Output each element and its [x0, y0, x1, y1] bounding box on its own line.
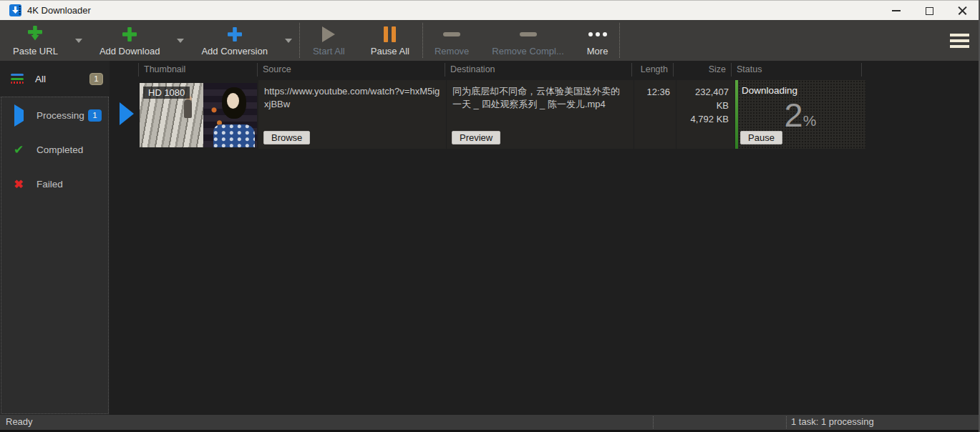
failed-icon: ✖	[10, 177, 27, 191]
add-conversion-icon	[226, 24, 243, 44]
sidebar-item-label: All	[35, 74, 46, 84]
remove-button[interactable]: Remove	[423, 20, 480, 61]
column-source[interactable]: Source	[257, 63, 445, 77]
column-destination[interactable]: Destination	[445, 63, 631, 77]
add-conversion-label: Add Conversion	[201, 46, 268, 57]
video-thumbnail: HD 1080	[140, 83, 257, 147]
add-download-button[interactable]: Add Download	[89, 20, 170, 61]
start-all-button[interactable]: Start All	[300, 20, 358, 61]
completed-icon: ✔	[10, 142, 27, 157]
sidebar-item-completed[interactable]: ✔ Completed	[1, 137, 108, 162]
preview-button[interactable]: Preview	[452, 131, 500, 144]
column-thumbnail[interactable]: Thumbnail	[138, 63, 257, 77]
menu-icon	[950, 34, 969, 36]
remove-completed-label: Remove Compl...	[492, 46, 563, 57]
add-conversion-button[interactable]: Add Conversion	[191, 20, 278, 61]
more-button[interactable]: More	[576, 20, 620, 61]
browse-button[interactable]: Browse	[263, 131, 310, 144]
sidebar-panel: Processing 1 ✔ Completed ✖ Failed	[1, 97, 109, 414]
chevron-down-icon	[177, 39, 184, 43]
statusbar-separator	[786, 416, 787, 428]
add-download-icon	[121, 24, 138, 44]
more-label: More	[587, 46, 608, 57]
menu-button[interactable]	[950, 34, 969, 51]
destination-cell: 同为底层却不同命，云体验美国送外卖的一天 _ 四处观察系列 _ 陈一发儿.mp4…	[447, 80, 634, 149]
column-size[interactable]: Size	[673, 63, 731, 77]
remove-completed-icon	[520, 24, 537, 44]
column-indicator	[110, 63, 138, 77]
destination-filename: 同为底层却不同命，云体验美国送外卖的一天 _ 四处观察系列 _ 陈一发儿.mp4	[447, 80, 634, 111]
minimize-icon	[892, 10, 901, 11]
processing-count-badge: 1	[88, 109, 102, 122]
chevron-down-icon	[75, 39, 82, 43]
column-end-spacer	[861, 63, 979, 77]
minimize-button[interactable]	[880, 1, 913, 21]
column-length[interactable]: Length	[631, 63, 673, 77]
pause-all-button[interactable]: Pause All	[358, 20, 422, 61]
pause-all-icon	[384, 24, 396, 44]
maximize-icon	[926, 7, 933, 15]
size-downloaded: 4,792 KB	[682, 112, 729, 126]
status-cell: Downloading 2 % Pause	[735, 80, 865, 149]
maximize-button[interactable]	[913, 1, 946, 21]
pause-all-label: Pause All	[371, 46, 409, 57]
sidebar-item-failed[interactable]: ✖ Failed	[1, 172, 108, 196]
remove-label: Remove	[435, 46, 469, 57]
progress-value: 2	[785, 98, 803, 132]
status-ready-text: Ready	[6, 416, 33, 427]
paste-url-label: Paste URL	[13, 46, 58, 57]
chevron-down-icon	[285, 39, 292, 43]
statusbar: Ready 1 task: 1 processing	[0, 415, 979, 430]
close-icon	[958, 6, 967, 16]
task-summary-text: 1 task: 1 processing	[791, 416, 874, 427]
start-all-label: Start All	[313, 46, 345, 57]
sidebar-item-processing[interactable]: Processing 1	[1, 103, 108, 127]
add-download-dropdown[interactable]	[170, 20, 191, 61]
paste-url-icon	[26, 24, 44, 44]
toolbar: Paste URL Add Download Add Conversion	[0, 20, 979, 61]
source-url: https://www.youtube.com/watch?v=hxM5igxj…	[258, 80, 446, 111]
window-title: 4K Downloader	[27, 5, 91, 16]
sidebar-item-label: Failed	[37, 179, 63, 190]
statusbar-separator	[653, 416, 654, 428]
length-cell: 12:36	[634, 80, 676, 149]
sidebar-item-label: Processing	[37, 110, 84, 121]
progress-unit: %	[803, 112, 817, 129]
paste-url-button[interactable]: Paste URL	[3, 20, 68, 61]
all-count-badge: 1	[89, 73, 103, 85]
paste-url-dropdown[interactable]	[68, 20, 89, 61]
toolbar-separator	[619, 23, 620, 58]
source-cell: https://www.youtube.com/watch?v=hxM5igxj…	[258, 80, 446, 149]
remove-completed-button[interactable]: Remove Compl...	[480, 20, 575, 61]
sidebar-item-all[interactable]: All 1	[0, 67, 110, 91]
close-button[interactable]	[946, 1, 979, 21]
downloads-table: Thumbnail Source Destination Length Size…	[110, 61, 979, 415]
table-header: Thumbnail Source Destination Length Size…	[110, 61, 979, 79]
thumbnail-cell: HD 1080	[139, 80, 258, 149]
column-status[interactable]: Status	[731, 63, 861, 77]
size-total: 232,407 KB	[682, 85, 729, 112]
main-area: All 1 Processing 1 ✔ Completed ✖ Failed	[0, 61, 979, 415]
titlebar: 4K Downloader	[0, 0, 979, 20]
add-download-label: Add Download	[100, 46, 160, 57]
all-filter-icon	[9, 72, 26, 86]
pause-button[interactable]: Pause	[740, 131, 782, 144]
start-all-icon	[322, 24, 335, 44]
remove-icon	[443, 24, 460, 44]
more-icon	[588, 24, 607, 44]
processing-icon	[10, 110, 27, 121]
app-icon	[9, 4, 21, 16]
size-cell: 232,407 KB 4,792 KB	[676, 80, 734, 149]
row-indicator-cell	[110, 80, 138, 149]
downloading-arrow-icon	[120, 102, 134, 125]
sidebar: All 1 Processing 1 ✔ Completed ✖ Failed	[0, 61, 110, 415]
sidebar-item-label: Completed	[37, 144, 83, 155]
app-window: 4K Downloader Paste URL	[0, 0, 980, 432]
quality-badge: HD 1080	[143, 87, 190, 99]
table-row[interactable]: HD 1080 https://www.youtube.com/watch?v=…	[110, 80, 975, 149]
add-conversion-dropdown[interactable]	[278, 20, 299, 61]
